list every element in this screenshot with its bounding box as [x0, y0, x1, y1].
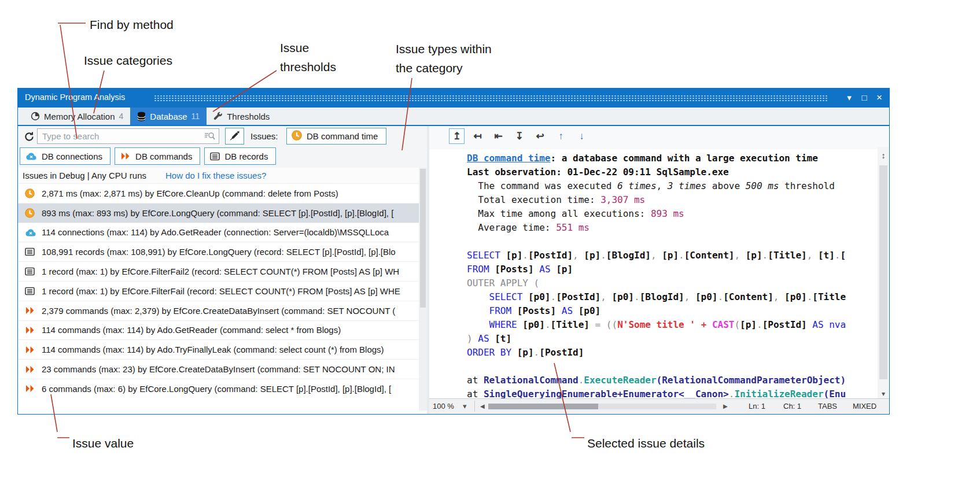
issue-type-link[interactable]: DB command time: [467, 153, 551, 164]
chevrons-icon: [25, 365, 36, 373]
issue-row-text: 1 record (max: 1) by EfCore.FilterFail2 …: [42, 267, 399, 276]
horizontal-scrollbar-thumb[interactable]: [488, 404, 598, 409]
chip-label: DB commands: [135, 151, 192, 161]
details-line: [467, 235, 874, 249]
issue-row[interactable]: 114 commands (max: 114) by Ado.GetReader…: [18, 320, 419, 340]
scroll-right-icon[interactable]: ▶: [723, 403, 728, 409]
issues-list: 2,871 ms (max: 2,871 ms) by EfCore.Clean…: [18, 183, 419, 414]
tabs-indicator[interactable]: TABS: [818, 402, 837, 410]
issue-details-text: DB command time: a database command with…: [429, 147, 874, 399]
scroll-down-icon[interactable]: ▾: [878, 390, 889, 398]
category-chips-row: DB connectionsDB commandsDB records: [18, 147, 429, 168]
chevrons-icon: [25, 306, 36, 315]
records-icon: [25, 247, 36, 256]
issues-scrollbar-thumb[interactable]: [420, 169, 426, 308]
zoom-level[interactable]: 100 %: [433, 402, 454, 410]
issue-row[interactable]: 108,991 records (max: 108,991) by EfCore…: [18, 242, 419, 261]
chip-db-records[interactable]: DB records: [204, 147, 276, 165]
issue-row-text: 23 commands (max: 23) by EfCore.CreateDa…: [42, 364, 395, 374]
issue-row-text: 2,379 commands (max: 2,379) by EfCore.Cr…: [42, 306, 395, 316]
search-input[interactable]: [37, 128, 219, 144]
details-line: Average time: 551 ms: [467, 221, 874, 235]
highlighting-toggle-button[interactable]: [225, 128, 244, 145]
maximize-icon[interactable]: □: [857, 88, 872, 108]
chevrons-icon: [120, 152, 131, 160]
tab-label: Memory Allocation: [44, 112, 115, 121]
previous-frame-alt-icon[interactable]: ⇤: [491, 128, 506, 144]
close-icon[interactable]: ×: [872, 88, 887, 108]
clock-icon: [292, 130, 302, 142]
next-frame-icon[interactable]: ↧: [511, 128, 527, 144]
annotation-issue-thresholds: Issue thresholds: [280, 38, 336, 76]
issues-scrollbar[interactable]: [419, 168, 427, 410]
database-icon: [137, 112, 146, 121]
issue-type-filter-chip[interactable]: DB command time: [286, 128, 386, 145]
issue-row[interactable]: 1 record (max: 1) by EfCore.FilterFail (…: [18, 281, 419, 301]
annotation-issue-types: Issue types within the category: [396, 39, 492, 77]
chevrons-icon: [25, 384, 36, 393]
scroll-left-icon[interactable]: ◀: [480, 403, 485, 409]
chip-label: DB connections: [42, 151, 102, 161]
details-line: OUTER APPLY (: [467, 276, 874, 290]
issue-row-text: 114 commands (max: 114) by Ado.TryFinall…: [42, 345, 384, 354]
issues-toolbar: Issues: DB command time: [18, 126, 427, 147]
splitter-handle-icon[interactable]: ↕: [878, 148, 889, 163]
issue-row[interactable]: 6 commands (max: 6) by EfCore.LongQuery …: [18, 379, 419, 398]
details-line: FROM [Posts] AS [p0]: [467, 304, 874, 318]
issue-row[interactable]: 114 connections (max: 114) by Ado.GetRea…: [18, 223, 419, 242]
issue-row[interactable]: 23 commands (max: 23) by EfCore.CreateDa…: [18, 359, 419, 379]
issue-row[interactable]: 2,379 commands (max: 2,379) by EfCore.Cr…: [18, 301, 419, 320]
move-up-icon[interactable]: ↑: [553, 128, 569, 144]
annotation-find-by-method: Find by method: [90, 15, 174, 34]
records-icon: [210, 152, 220, 161]
details-line: SELECT [p0].[PostId], [p0].[BlogId], [p0…: [467, 290, 874, 304]
details-line: Total execution time: 3,307 ms: [467, 193, 874, 207]
issue-row[interactable]: 2,871 ms (max: 2,871 ms) by EfCore.Clean…: [18, 183, 419, 203]
tab-thresholds[interactable]: Thresholds: [207, 108, 277, 125]
issues-list-header: Issues in Debug | Any CPU runs How do I …: [18, 168, 419, 183]
previous-frame-icon[interactable]: ↤: [470, 128, 485, 144]
refresh-icon[interactable]: [23, 130, 35, 143]
issue-row-text: 2,871 ms (max: 2,871 ms) by EfCore.Clean…: [42, 188, 338, 198]
encoding-indicator[interactable]: MIXED: [853, 402, 876, 410]
details-line: Max time among all executions: 893 ms: [467, 207, 874, 221]
status-bar: 100 % ▾ ◀ ▶ Ln: 1 Ch: 1 TABS MIXED: [429, 398, 889, 414]
tab-memory-allocation[interactable]: Memory Allocation4: [24, 108, 130, 125]
records-icon: [25, 287, 36, 295]
chevrons-icon: [25, 326, 36, 334]
details-scrollbar[interactable]: ↕ ▾: [878, 147, 889, 399]
clock-icon: [25, 188, 36, 198]
zoom-dropdown-icon[interactable]: ▾: [463, 402, 467, 410]
tab-count-badge: 4: [119, 112, 124, 121]
horizontal-scrollbar[interactable]: [488, 404, 716, 409]
issue-row[interactable]: 893 ms (max: 893 ms) by EfCore.LongQuery…: [18, 203, 419, 223]
run-scope-label: Issues in Debug | Any CPU runs: [23, 171, 146, 180]
wrench-icon: [213, 112, 223, 121]
details-line: at RelationalCommand.ExecuteReader(Relat…: [467, 373, 874, 387]
move-down-icon[interactable]: ↓: [574, 128, 590, 144]
details-line: DB command time: a database command with…: [467, 151, 874, 165]
issue-row-text: 893 ms (max: 893 ms) by EfCore.LongQuery…: [42, 208, 393, 218]
chip-db-commands[interactable]: DB commands: [115, 147, 200, 165]
details-line: SELECT [p].[PostId], [p].[BlogId], [p].[…: [467, 249, 874, 262]
details-scrollbar-thumb[interactable]: [879, 165, 887, 379]
details-line: ) AS [t]: [467, 332, 874, 346]
title-bar[interactable]: Dynamic Program Analysis ▾ □ ×: [18, 88, 889, 108]
help-link[interactable]: How do I fix these issues?: [165, 171, 266, 180]
issues-label: Issues:: [250, 131, 278, 141]
records-icon: [25, 267, 36, 276]
details-toolbar: ↥↤⇤↧↩↑↓: [429, 126, 889, 149]
navigate-top-frame-icon[interactable]: ↥: [449, 128, 465, 144]
issue-row[interactable]: 1 record (max: 1) by EfCore.FilterFail2 …: [18, 261, 419, 281]
tab-database[interactable]: Database11: [130, 108, 207, 125]
details-line: [467, 360, 874, 373]
annotation-issue-categories: Issue categories: [84, 51, 172, 70]
return-frame-icon[interactable]: ↩: [532, 128, 548, 144]
chip-db-connections[interactable]: DB connections: [20, 147, 110, 165]
pie-icon: [31, 112, 40, 121]
issue-row-text: 1 record (max: 1) by EfCore.FilterFail (…: [42, 286, 400, 296]
issue-row[interactable]: 114 commands (max: 114) by Ado.TryFinall…: [18, 339, 419, 359]
clock-icon: [25, 208, 36, 218]
window-menu-icon[interactable]: ▾: [842, 88, 857, 108]
details-line: Last observation: 01-Dec-22 09:11 SqlSam…: [467, 165, 874, 179]
